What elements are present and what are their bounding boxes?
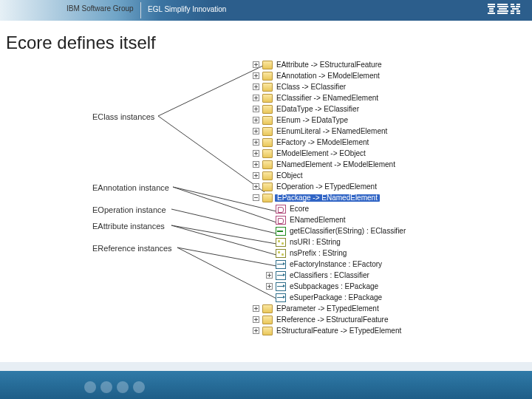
expand-icon[interactable] <box>253 327 259 334</box>
tree-row-label: ENamedElement -> EModelElement <box>275 161 395 168</box>
tree-row[interactable]: EEnum -> EDataType <box>253 115 406 126</box>
svg-line-19 <box>158 65 265 116</box>
label-eattribute-instances: EAttribute instances <box>92 222 165 231</box>
class-icon <box>262 83 273 92</box>
tree-row[interactable]: eFactoryInstance : EFactory <box>253 259 406 270</box>
attr-icon <box>276 249 286 258</box>
label-eannotation-instance: EAnnotation instance <box>92 183 169 192</box>
tree-row-label: EEnumLiteral -> ENamedElement <box>275 128 387 135</box>
header-tagline: EGL Simplify Innovation <box>148 5 226 13</box>
tree-row-label: eSuperPackage : EPackage <box>288 294 382 301</box>
svg-rect-8 <box>497 10 508 12</box>
svg-rect-18 <box>516 13 520 14</box>
header-divider <box>140 2 141 18</box>
tree-row[interactable]: getEClassifier(EString) : EClassifier <box>253 225 406 236</box>
expand-icon[interactable] <box>253 139 259 146</box>
tree-row-label: EClass -> EClassifier <box>275 83 346 91</box>
tree-row[interactable]: EModelElement -> EObject <box>253 148 406 159</box>
ibm-logo-icon <box>488 4 520 18</box>
class-icon <box>262 105 273 114</box>
tree-row[interactable]: EAnnotation -> EModelElement <box>253 70 406 81</box>
tree-row[interactable]: EOperation -> ETypedElement <box>253 181 406 192</box>
expand-icon[interactable] <box>253 172 259 179</box>
tree-row-label: EAttribute -> EStructuralFeature <box>275 61 382 69</box>
tree-row[interactable]: EEnumLiteral -> ENamedElement <box>253 126 406 137</box>
svg-point-28 <box>84 381 96 393</box>
class-icon <box>262 127 273 136</box>
svg-rect-5 <box>497 4 508 5</box>
tree-row-label: EOperation -> ETypedElement <box>275 183 377 191</box>
expand-icon[interactable] <box>253 316 259 323</box>
tree-row-label: EPackage -> ENamedElement <box>275 194 380 202</box>
tree-row[interactable]: EParameter -> ETypedElement <box>253 303 406 314</box>
svg-rect-10 <box>511 4 514 5</box>
tree-row[interactable]: eSubpackages : EPackage <box>253 281 406 292</box>
ann-icon <box>276 216 286 225</box>
svg-rect-16 <box>516 10 520 12</box>
svg-point-31 <box>133 381 145 393</box>
collapse-icon[interactable] <box>253 194 259 201</box>
tree-row[interactable]: Ecore <box>253 203 406 214</box>
expand-icon[interactable] <box>253 83 259 90</box>
expand-icon[interactable] <box>266 283 273 290</box>
ref-icon <box>276 271 286 280</box>
expand-icon[interactable] <box>266 272 273 279</box>
svg-line-20 <box>158 116 265 192</box>
attr-icon <box>276 238 286 247</box>
tree-row[interactable]: EPackage -> ENamedElement <box>253 192 406 203</box>
svg-point-29 <box>100 381 112 393</box>
tree-row[interactable]: EFactory -> EModelElement <box>253 137 406 148</box>
tree-row[interactable]: EObject <box>253 170 406 181</box>
svg-rect-2 <box>489 8 494 10</box>
tree-row[interactable]: eSuperPackage : EPackage <box>253 292 406 303</box>
expand-icon[interactable] <box>253 183 259 190</box>
tree-row[interactable]: ENamedElement <box>253 214 406 225</box>
expand-icon[interactable] <box>253 72 259 79</box>
tree-row-label: EDataType -> EClassifier <box>275 106 359 113</box>
tree-row[interactable]: EStructuralFeature -> ETypedElement <box>253 325 406 336</box>
svg-rect-9 <box>497 13 508 14</box>
class-icon <box>262 138 273 147</box>
svg-rect-11 <box>516 4 520 5</box>
expand-icon[interactable] <box>253 117 259 123</box>
svg-rect-1 <box>488 6 495 7</box>
tree-row[interactable]: ENamedElement -> EModelElement <box>253 159 406 170</box>
class-icon <box>262 160 273 169</box>
tree-row[interactable]: nsURI : EString <box>253 236 406 248</box>
class-icon <box>262 327 273 335</box>
svg-rect-14 <box>512 8 519 10</box>
ref-icon <box>276 282 286 291</box>
expand-icon[interactable] <box>253 161 259 168</box>
tree-row-label: EFactory -> EModelElement <box>275 139 369 146</box>
op-icon <box>276 227 286 236</box>
label-ereference-instances: EReference instances <box>92 244 172 253</box>
expand-icon[interactable] <box>253 128 259 134</box>
tree-row[interactable]: EReference -> EStructuralFeature <box>253 314 406 325</box>
tree-row[interactable]: eClassifiers : EClassifier <box>253 270 406 281</box>
expand-icon[interactable] <box>253 150 259 157</box>
expand-icon[interactable] <box>253 95 259 101</box>
tree-row-label: EObject <box>275 172 303 180</box>
expand-icon[interactable] <box>253 305 259 312</box>
tree-row[interactable]: EClass -> EClassifier <box>253 81 406 92</box>
tree-row-label: EEnum -> EDataType <box>275 117 348 124</box>
tree-row-label: nsURI : EString <box>288 239 341 246</box>
tree-row-label: ENamedElement <box>288 216 346 224</box>
svg-rect-3 <box>489 10 494 12</box>
expand-icon[interactable] <box>253 106 259 112</box>
ref-icon <box>276 260 286 269</box>
class-icon <box>262 304 273 313</box>
tree-row-label: eSubpackages : EPackage <box>288 283 378 290</box>
page-title: Ecore defines itself <box>6 33 156 53</box>
class-icon <box>262 171 273 180</box>
expand-icon[interactable] <box>253 61 259 68</box>
class-icon <box>262 61 273 69</box>
footer-decor-icon <box>81 374 170 396</box>
tree-row[interactable]: EDataType -> EClassifier <box>253 103 406 115</box>
svg-point-30 <box>117 381 129 393</box>
tree-row[interactable]: EClassifier -> ENamedElement <box>253 92 406 103</box>
svg-rect-0 <box>488 4 495 5</box>
tree-row-label: EAnnotation -> EModelElement <box>275 72 380 80</box>
tree-row[interactable]: EAttribute -> EStructuralFeature <box>253 59 406 70</box>
tree-row[interactable]: nsPrefix : EString <box>253 248 406 259</box>
